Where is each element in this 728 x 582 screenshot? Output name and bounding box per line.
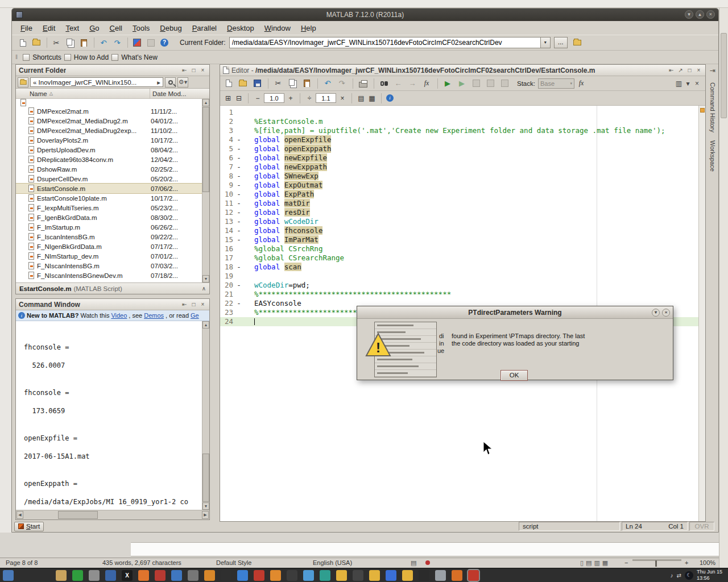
taskbar-web-browser-icon[interactable] [171,570,182,581]
insert-cell-icon[interactable]: ⊞ [224,93,233,103]
menu-text[interactable]: Text [60,22,84,34]
zoom-slider-thumb[interactable] [655,560,657,567]
taskbar-console-icon[interactable] [221,570,231,581]
dock-icon[interactable]: ⇤ [181,67,188,73]
view-layout-icons[interactable]: ▯▤▥▦ [580,559,610,567]
code-line[interactable]: 8-global SWnewExp [220,172,698,181]
maximize-button[interactable]: ▴ [696,10,704,19]
dock-icon[interactable]: ⇤ [181,301,188,307]
file-row[interactable]: DMPexcel2mat_MediaDrug2.m04/01/2... [16,116,202,126]
taskbar-folder-media-icon[interactable] [402,570,413,581]
decrement-button[interactable]: − [253,93,262,103]
file-row[interactable]: EstartConsole10plate.m10/17/2... [16,193,202,203]
current-folder-header[interactable]: Current Folder ⇤ □ × [16,65,209,76]
print-icon[interactable] [357,77,369,90]
undock-icon[interactable]: ↗ [677,67,684,73]
taskbar-firefox-icon[interactable] [138,570,149,581]
function-browser-icon[interactable]: fx [575,77,588,90]
file-row[interactable]: F_IscanIntensBG.m09/22/2... [16,232,202,242]
code-line[interactable]: 1 [220,108,698,117]
redo-icon[interactable]: ↷ [111,36,123,49]
scroll-up-icon[interactable]: ▲ [202,99,209,106]
taskbar-app-launcher-icon[interactable] [3,570,14,581]
dialog-shade-button[interactable]: ▾ [652,309,660,317]
code-line[interactable]: 7-global newExppath [220,163,698,172]
shortcuts-label[interactable]: Shortcuts [32,53,61,61]
column-date[interactable]: Date Mod... [150,90,186,97]
code-line[interactable]: 15-global ImParMat [220,235,698,244]
search-icon[interactable] [165,77,176,88]
tab-command-history[interactable]: Command History [709,82,716,132]
code-line[interactable]: 16%global CSrchRng [220,244,698,253]
how-to-add-link[interactable]: How to Add [74,53,109,61]
menu-cell[interactable]: Cell [105,22,127,34]
help-icon[interactable]: ? [158,36,171,49]
close-panel-icon[interactable]: × [199,67,206,73]
scroll-left-icon[interactable]: ◀ [16,511,23,519]
zoom-slider[interactable] [632,559,681,561]
file-details-bar[interactable]: EstartConsole.m (MATLAB Script) ∧ [16,282,209,294]
step-in-icon[interactable] [498,77,511,90]
menu-window[interactable]: Window [259,22,296,34]
taskbar-teal-app-icon[interactable] [320,570,330,581]
save-icon[interactable] [251,77,263,90]
zoom-level[interactable]: 100% [700,559,715,566]
stack-combo[interactable]: Base ▾ [538,78,574,89]
open-file-icon[interactable] [30,36,43,49]
dialog-close-button[interactable]: × [662,309,670,317]
editor-header[interactable]: Editor - /media/data/EASY/InovImager_jwr… [220,65,705,76]
taskbar-video-player-icon[interactable] [419,570,429,581]
folder-up-icon[interactable] [18,77,28,88]
code-line[interactable]: 3%[file,path] = uiputfile('.mat','Create… [220,126,698,135]
clock[interactable]: Thu Jun 15 13:56 [697,569,722,581]
file-row-partial[interactable] [16,99,202,106]
file-row[interactable]: DshowRaw.m02/25/2... [16,164,202,174]
taskbar-system-monitor-icon[interactable] [287,570,297,581]
volume-icon[interactable]: ♪ [671,572,673,579]
dock-icon[interactable]: ⇥ [709,66,717,74]
open-file-icon[interactable] [237,77,249,90]
demos-link[interactable]: Demos [144,312,164,319]
code-line[interactable]: 6-global newExpfile [220,153,698,163]
find-icon[interactable] [378,77,390,90]
current-folder-dropdown[interactable]: ▾ [541,37,551,48]
video-link[interactable]: Video [111,312,127,319]
undock-icon[interactable]: □ [190,67,197,73]
breakpoint-icon[interactable] [470,77,482,90]
plot-cell-icon[interactable]: ▤ [357,93,366,103]
code-line[interactable]: 5-global openExppath [220,144,698,153]
document-language[interactable]: English (USA) [313,559,352,566]
current-folder-input[interactable] [229,37,541,48]
file-row[interactable]: F_NIscanIntensBG.m07/03/2... [16,261,202,271]
breadcrumb[interactable]: « InovImager_jwrCF_WINLinx150... ▸ [30,77,163,87]
menu-go[interactable]: Go [84,22,104,34]
file-row[interactable]: F_IgenBkGrdData.m08/30/2... [16,213,202,222]
code-line[interactable]: 4-global openExpfile [220,135,698,144]
night-mode-icon[interactable]: ☾ [685,571,693,580]
taskbar-screenshot-tool-icon[interactable] [188,570,198,581]
code-line[interactable]: 13-global wCodeDir [220,217,698,226]
close-button[interactable]: × [706,10,715,19]
taskbar-file-manager-icon[interactable] [56,570,67,581]
multiply-value-field[interactable]: 1.1 [316,93,336,103]
file-row[interactable]: F_IexpMultiTseries.m05/23/2... [16,203,202,213]
code-line[interactable]: 17%global CSrearchRange [220,253,698,263]
simulink-icon[interactable] [131,36,143,49]
undo-icon[interactable]: ↶ [321,77,334,90]
file-row[interactable]: EstartConsole.m07/06/2... [16,184,202,193]
menu-tools[interactable]: Tools [127,22,155,34]
redo-icon[interactable]: ↷ [336,77,348,90]
file-row[interactable]: F_ImStartup.m06/26/2... [16,222,202,232]
up-folder-icon[interactable] [571,36,584,49]
shade-button[interactable]: ▾ [685,10,693,19]
taskbar-xterm-icon[interactable]: X [122,570,133,581]
matlab-titlebar[interactable]: MATLAB 7.12.0 (R2011a) ▾ ▴ × [12,9,718,21]
zoom-out-icon[interactable]: − [624,559,628,566]
whats-new-link[interactable]: What's New [121,53,158,61]
paragraph-style[interactable]: Default Style [216,559,251,566]
breadcrumb-arrow-icon[interactable]: ▸ [157,78,160,86]
toolbar-grip[interactable]: ‖ [15,54,18,60]
column-name[interactable]: Name △ [16,89,150,98]
menu-edit[interactable]: Edit [38,22,60,34]
command-window-output[interactable]: fhconsole = 526.0007fhconsole = 173.0659… [16,321,202,510]
